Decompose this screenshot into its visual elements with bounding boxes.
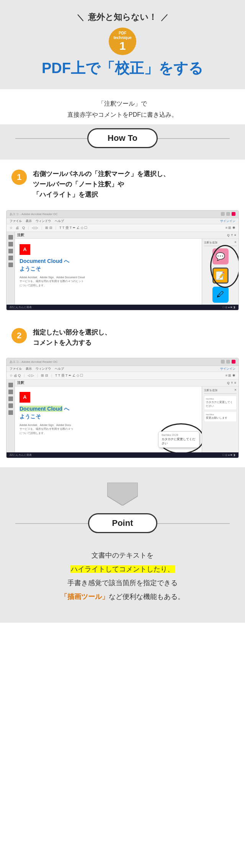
toolbar-zoom: ⊞ ⊟ [45,226,52,230]
mock2-maximize-icon [226,360,230,364]
statusbar-text: ZZにんカんに発表 [10,305,32,309]
header-tagline: 意外と知らない！ [88,11,157,23]
toolbar-icon3: Q [22,226,25,230]
m2-comment-user2: ttachika [206,413,235,416]
mock1-doc-area: A Document Cloud へ ようこそ Adobe Acrobat、Ad… [15,239,202,305]
mock1-statusbar: ZZにんカんに発表 □ ◎ ● ■ ◨ [7,305,238,310]
svg-marker-0 [107,483,138,506]
howto-pill: How To [87,128,158,148]
point-line2: ハイライトしてコメントしたり、 [15,562,230,576]
m2-sep3: | [51,374,52,377]
subtitle-text: 「注釈ツール」で 直接赤字やコメントをPDFに書き込み。 [15,98,230,121]
sort-icon: T [231,233,233,237]
m2-menu-window: ウィンドウ [36,367,51,371]
menu-file: ファイル [10,219,22,223]
m2-tb-tools: T T 亜 T ✒ ∠ ◇ ☐ [55,373,83,378]
m2-adobe-logo: A [20,392,30,403]
point-highlight2: 「描画ツール」 [60,593,109,600]
m2-subtoolbar-label: 注釈 [17,380,24,385]
m2-tb-right: ≡ ⊞ ✱ [225,374,235,377]
badge-top-text: PDFtechnique [113,31,131,40]
point-pill: Point [88,513,157,533]
point-line4: 「描画ツール」など便利な機能もある。 [15,590,230,604]
m2-menu-file: ファイル [10,367,22,371]
mock2-minimize-icon [221,360,225,364]
sidebar-icon1 [8,235,13,240]
mock1-doc-title: Document Cloud へ [20,258,197,265]
menu-icon: ≡ [234,233,236,237]
sidebar-icon2 [8,242,13,246]
doc-title-rest: へ [62,406,69,412]
m2-comment-user1: ttachika [206,398,235,400]
sidebar-icon3 [8,249,13,253]
statusbar-right: □ ◎ ● ■ ◨ [223,306,235,309]
badge-container: PDFtechnique 1 [15,28,230,55]
m2-signin: サインイン [220,367,235,371]
step2-description: 指定したい部分を選択し、コメントを入力する [33,327,111,348]
point-section: Point [0,509,245,541]
menu-help: ヘルプ [55,219,64,223]
mock1-maximize-icon [226,212,230,216]
toolbar-icon1: ☆ [10,226,13,230]
mock1-toolbar: ☆ 🖨 Q | ◁ ▷ | ⊞ ⊟ | T T 亜 T ✒ ∠ ◇ ☐ ≡ ⊞ … [7,224,238,232]
step2-section: 2 指定したい部分を選択し、コメントを入力する [0,320,245,358]
m2-sidebar-icon2 [8,390,13,394]
step1-section: 1 右側ツールパネルの「注釈マーク」を選択し、ツールバーの「ノート注釈」や「ハイ… [0,160,245,210]
toolbar-separator3: | [56,226,56,230]
pdf-badge: PDFtechnique 1 [109,28,136,55]
header-section: ＼ 意外と知らない！ ／ PDFtechnique 1 PDF上で「校正」をする [0,0,245,89]
point-line1: 文書中のテキストを [15,548,230,562]
mock2-right-panel: 注釈を追加 ✕ ttachika カタカナに変更してください ttachika … [202,387,238,452]
mock2-inner: A Document Cloud へ ようこそ Adobe Acrobat、Ad… [15,387,238,452]
mock1-minimize-icon [221,212,225,216]
point-line3: 手書き感覚で該当箇所を指定できる [15,576,230,590]
m2-tb-zoom: ⊞ ⊟ [41,374,48,377]
subtitle-line2: 直接赤字やコメントをPDFに書き込み。 [15,109,230,121]
toolbar-separator2: | [41,226,42,230]
mock1-titlebar: あエコ - Adobe Acrobat Reader DC [7,210,238,218]
m2-menu-icon2: ≡ [234,381,236,385]
mock2-doc-area: A Document Cloud へ ようこそ Adobe Acrobat、Ad… [15,387,202,452]
toolbar-separator1: | [28,226,29,230]
badge-number: 1 [119,40,126,52]
point-line4-rest: など便利な機能もある。 [109,593,185,600]
mock1-subtoolbar: 注釈 Q T ≡ [15,232,238,239]
toolbar-right-tools: ≡ ⊞ ✱ [225,226,235,230]
comment-text: カタカナに変更してください [162,437,196,445]
mock1-right-panel: 注釈を追加 ✕ 💬 📝 🖊 [202,239,238,305]
m2-comment-text1: カタカナに変更してください [206,400,235,408]
m2-right-panel-header: 注釈を追加 ✕ [204,388,237,394]
mock2-title-text: あエコ - Adobe Acrobat Reader DC [10,360,58,364]
m2-comment-text2: 変更お願いします [206,416,235,420]
screenshot-mockup-1: あエコ - Adobe Acrobat Reader DC ファイル 表示 ウィ… [6,210,239,310]
m2-subtoolbar-icons: Q T ≡ [227,381,236,385]
mock2-statusbar: ZZにんカんに発表 □ ◎ ● ■ ◨ [7,452,238,458]
tool-icon-note: 📝 [212,268,229,284]
m2-statusbar-text: ZZにんカんに発表 [10,453,32,457]
mock2-toolbar: ☆ 🖨 Q | ◁ ▷ | ⊞ ⊟ | T T 亜 T ✒ ∠ ◇ ☐ ≡ ⊞ … [7,372,238,380]
m2-sidebar-icon5 [8,410,13,415]
menu-window: ウィンドウ [36,219,51,223]
subtoolbar-icons: Q T ≡ [227,233,236,237]
m2-statusbar-right: □ ◎ ● ■ ◨ [223,454,235,457]
m2-menu-edit: 表示 [26,367,32,371]
m2-sort-icon: T [231,381,233,385]
mock1-left-sidebar [7,232,15,305]
subtoolbar-label: 注釈 [17,233,24,238]
m2-comment-entry1: ttachika カタカナに変更してください [204,396,237,410]
header-decorative: ＼ 意外と知らない！ ／ [15,11,230,23]
m2-sep1: | [24,374,24,377]
step2-header: 2 指定したい部分を選択し、コメントを入力する [11,327,234,348]
m2-sep2: | [37,374,38,377]
subtitle-line1: 「注釈ツール」で [15,98,230,109]
m2-filter-icon: Q [227,381,229,385]
mock2-doc-title: Document Cloud へ [20,406,197,413]
mock1-title-text: あエコ - Adobe Acrobat Reader DC [10,212,58,216]
filter-icon: Q [227,233,229,237]
slash-right-icon: ／ [161,12,168,23]
point-highlight1: ハイライトしてコメントしたり、 [70,565,175,573]
mock2-titlebar: あエコ - Adobe Acrobat Reader DC [7,358,238,366]
step1-number: 1 [11,170,27,185]
mock1-menubar: ファイル 表示 ウィンドウ ヘルプ サインイン [7,218,238,224]
m2-sidebar-icon3 [8,396,13,401]
